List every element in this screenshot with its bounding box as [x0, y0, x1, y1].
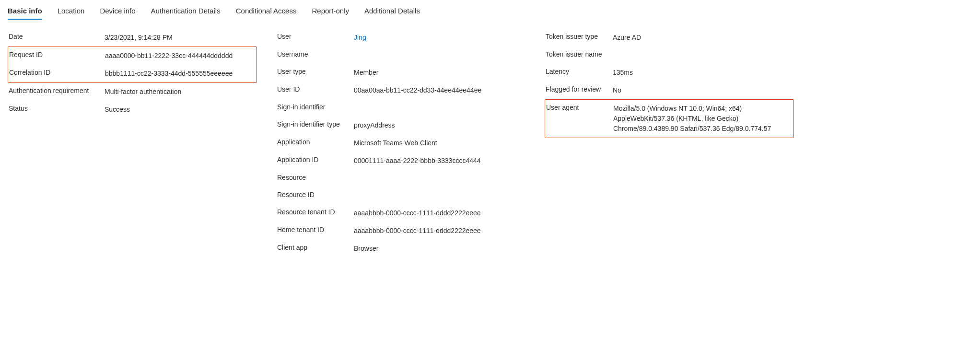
tab-conditional-access[interactable]: Conditional Access	[236, 4, 297, 20]
row-latency: Latency 135ms	[545, 64, 794, 82]
label-resource-tenant-id: Resource tenant ID	[277, 208, 354, 216]
row-auth-requirement: Authentication requirement Multi-factor …	[8, 83, 257, 101]
row-token-issuer-name: Token issuer name	[545, 47, 794, 64]
detail-col-2: User Jing Username User type Member User…	[276, 29, 525, 257]
tab-authentication-details[interactable]: Authentication Details	[151, 4, 221, 20]
tab-location[interactable]: Location	[58, 4, 85, 20]
value-signin-identifier-type: proxyAddress	[354, 120, 525, 130]
label-user-id: User ID	[277, 85, 354, 93]
highlight-user-agent: User agent Mozilla/5.0 (Windows NT 10.0;…	[545, 99, 794, 138]
row-user-id: User ID 00aa00aa-bb11-cc22-dd33-44ee44ee…	[276, 82, 525, 99]
row-token-issuer-type: Token issuer type Azure AD	[545, 29, 794, 47]
row-user: User Jing	[276, 29, 525, 47]
label-correlation-id: Correlation ID	[9, 69, 105, 76]
value-request-id: aaaa0000-bb11-2222-33cc-444444dddddd	[105, 51, 256, 61]
label-resource: Resource	[277, 174, 354, 181]
signin-details-basic-info: Basic info Location Device info Authenti…	[0, 0, 980, 277]
row-username: Username	[276, 47, 525, 64]
row-user-agent: User agent Mozilla/5.0 (Windows NT 10.0;…	[545, 100, 793, 138]
row-resource-tenant-id: Resource tenant ID aaaabbbb-0000-cccc-11…	[276, 204, 525, 222]
value-user-type: Member	[354, 68, 525, 78]
row-signin-identifier-type: Sign-in identifier type proxyAddress	[276, 117, 525, 134]
value-token-issuer-type: Azure AD	[613, 33, 793, 43]
row-request-id: Request ID aaaa0000-bb11-2222-33cc-44444…	[8, 47, 257, 65]
label-status: Status	[9, 105, 105, 112]
detail-tabs: Basic info Location Device info Authenti…	[8, 4, 972, 20]
label-username: Username	[277, 50, 354, 58]
value-home-tenant-id: aaaabbbb-0000-cccc-1111-dddd2222eeee	[354, 226, 525, 236]
value-auth-requirement: Multi-factor authentication	[105, 87, 256, 97]
value-flagged-for-review: No	[613, 85, 793, 95]
value-application-id: 00001111-aaaa-2222-bbbb-3333cccc4444	[354, 156, 525, 166]
row-status: Status Success	[8, 101, 257, 118]
label-user: User	[277, 33, 354, 40]
row-resource-id: Resource ID	[276, 187, 525, 204]
row-application: Application Microsoft Teams Web Client	[276, 134, 525, 152]
detail-columns: Date 3/23/2021, 9:14:28 PM Request ID aa…	[8, 29, 972, 257]
label-application-id: Application ID	[277, 156, 354, 164]
tab-basic-info[interactable]: Basic info	[8, 4, 42, 20]
row-application-id: Application ID 00001111-aaaa-2222-bbbb-3…	[276, 152, 525, 170]
label-client-app: Client app	[277, 244, 354, 251]
row-signin-identifier: Sign-in identifier	[276, 99, 525, 117]
label-token-issuer-type: Token issuer type	[546, 33, 613, 40]
label-home-tenant-id: Home tenant ID	[277, 226, 354, 234]
detail-col-1: Date 3/23/2021, 9:14:28 PM Request ID aa…	[8, 29, 257, 118]
value-latency: 135ms	[613, 68, 793, 78]
detail-col-3: Token issuer type Azure AD Token issuer …	[545, 29, 794, 138]
row-client-app: Client app Browser	[276, 240, 525, 257]
label-user-type: User type	[277, 68, 354, 75]
row-resource: Resource	[276, 170, 525, 187]
value-user-link[interactable]: Jing	[354, 33, 525, 43]
row-flagged-for-review: Flagged for review No	[545, 82, 794, 99]
label-user-agent: User agent	[546, 104, 613, 111]
label-auth-requirement: Authentication requirement	[9, 87, 105, 94]
row-date: Date 3/23/2021, 9:14:28 PM	[8, 29, 257, 47]
tab-device-info[interactable]: Device info	[100, 4, 135, 20]
label-date: Date	[9, 33, 105, 40]
value-application: Microsoft Teams Web Client	[354, 138, 525, 148]
value-correlation-id: bbbb1111-cc22-3333-44dd-555555eeeeee	[105, 69, 256, 79]
row-correlation-id: Correlation ID bbbb1111-cc22-3333-44dd-5…	[8, 65, 257, 82]
label-flagged-for-review: Flagged for review	[546, 85, 613, 93]
label-token-issuer-name: Token issuer name	[546, 50, 613, 58]
label-signin-identifier-type: Sign-in identifier type	[277, 120, 354, 128]
row-user-type: User type Member	[276, 64, 525, 82]
tab-additional-details[interactable]: Additional Details	[364, 4, 420, 20]
label-resource-id: Resource ID	[277, 191, 354, 199]
tab-report-only[interactable]: Report-only	[312, 4, 349, 20]
value-resource-tenant-id: aaaabbbb-0000-cccc-1111-dddd2222eeee	[354, 208, 525, 218]
highlight-ids: Request ID aaaa0000-bb11-2222-33cc-44444…	[8, 47, 257, 83]
label-latency: Latency	[546, 68, 613, 75]
label-request-id: Request ID	[9, 51, 105, 58]
row-home-tenant-id: Home tenant ID aaaabbbb-0000-cccc-1111-d…	[276, 222, 525, 240]
label-signin-identifier: Sign-in identifier	[277, 103, 354, 111]
value-status: Success	[105, 105, 256, 115]
value-client-app: Browser	[354, 244, 525, 254]
label-application: Application	[277, 138, 354, 146]
value-user-id: 00aa00aa-bb11-cc22-dd33-44ee44ee44ee	[354, 85, 525, 95]
value-date: 3/23/2021, 9:14:28 PM	[105, 33, 256, 43]
value-user-agent: Mozilla/5.0 (Windows NT 10.0; Win64; x64…	[613, 104, 793, 134]
